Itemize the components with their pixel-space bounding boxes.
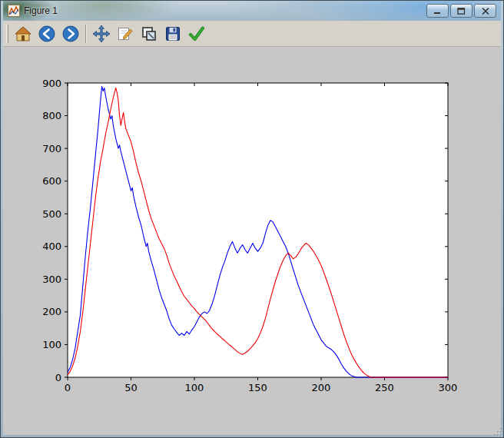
titlebar[interactable]: Figure 1 [3, 1, 501, 21]
window-controls [426, 4, 496, 18]
y-tick-label: 700 [42, 143, 61, 154]
x-tick-label: 50 [124, 382, 138, 393]
y-tick-label: 200 [42, 306, 61, 317]
save-button[interactable] [161, 23, 184, 45]
back-icon [38, 25, 56, 43]
toolbar [3, 21, 501, 47]
y-tick-label: 300 [42, 274, 61, 285]
home-icon [14, 25, 32, 43]
y-tick-label: 100 [42, 339, 61, 350]
check-button[interactable] [185, 23, 208, 45]
pan-icon [92, 25, 111, 43]
zoom-rect-icon [140, 25, 158, 43]
close-button[interactable] [474, 4, 496, 18]
back-button[interactable] [35, 23, 58, 45]
matplotlib-window-icon [8, 5, 20, 17]
minimize-button[interactable] [426, 4, 449, 18]
window-title: Figure 1 [24, 5, 58, 16]
y-tick-label: 0 [55, 372, 61, 383]
forward-button[interactable] [59, 23, 82, 45]
toolbar-grip [6, 25, 8, 43]
toolbar-separator [85, 25, 87, 43]
edit-icon [116, 25, 134, 43]
figure-canvas[interactable]: 0501001502002503000100200300400500600700… [3, 47, 501, 435]
forward-icon [61, 25, 80, 43]
y-tick-label: 500 [42, 208, 61, 220]
check-icon [187, 25, 206, 43]
x-tick-label: 200 [312, 382, 331, 393]
y-tick-label: 600 [42, 175, 61, 187]
edit-button[interactable] [114, 23, 137, 45]
zoom-rect-button[interactable] [138, 23, 161, 45]
y-tick-label: 800 [42, 110, 61, 121]
maximize-button[interactable] [450, 4, 472, 18]
save-icon [164, 25, 182, 43]
y-tick-label: 400 [42, 241, 61, 252]
pan-button[interactable] [90, 23, 113, 45]
x-tick-label: 0 [65, 382, 71, 393]
x-tick-label: 250 [375, 382, 394, 393]
figure-window: Figure 1 [0, 0, 504, 438]
plot-area[interactable]: 0501001502002503000100200300400500600700… [3, 47, 501, 435]
y-tick-label: 900 [42, 78, 61, 89]
x-tick-label: 300 [439, 382, 458, 393]
axes-frame [68, 83, 448, 377]
resize-grip[interactable] [492, 426, 503, 437]
x-tick-label: 150 [248, 382, 267, 393]
x-tick-label: 100 [185, 382, 204, 393]
home-button[interactable] [12, 23, 35, 45]
